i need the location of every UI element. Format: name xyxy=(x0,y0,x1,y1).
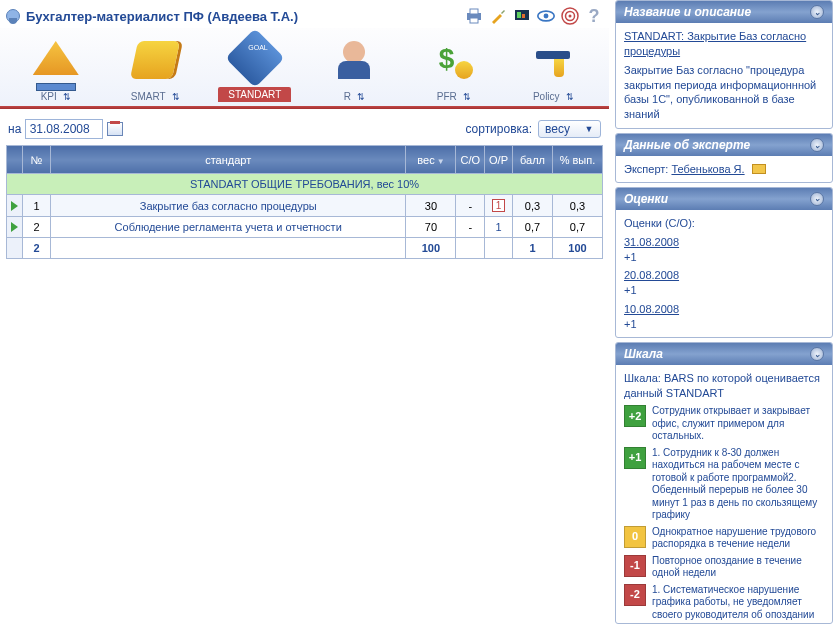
cell-op[interactable]: 1 xyxy=(485,217,513,238)
calendar-icon[interactable] xyxy=(107,122,123,136)
svg-rect-2 xyxy=(470,18,478,23)
scale-item: -2 1. Систематическое нарушение графика … xyxy=(624,584,824,622)
ratings-subtitle: Оценки (С/О): xyxy=(624,216,824,231)
table-row: 2 Соблюдение регламента учета и отчетнос… xyxy=(7,217,603,238)
target-icon[interactable] xyxy=(561,7,579,25)
svg-point-7 xyxy=(544,14,549,19)
cell-num: 1 xyxy=(23,195,51,217)
cell-weight: 70 xyxy=(406,217,456,238)
table-row: 1 Закрытие баз согласно процедуры 30 - 1… xyxy=(7,195,603,217)
date-label: на xyxy=(8,122,21,136)
collapse-icon[interactable]: ⌄ xyxy=(810,138,824,152)
scale-badge: -2 xyxy=(624,584,646,606)
panel-scale: Шкала⌄ Шкала: BARS по которой оцениваетс… xyxy=(615,342,833,624)
standards-table: № стандарт вес▼ C/O O/P балл % вып. STAN… xyxy=(6,145,603,259)
collapse-icon[interactable]: ⌄ xyxy=(810,5,824,19)
monitor-icon[interactable] xyxy=(513,7,531,25)
rating-date[interactable]: 10.08.2008 xyxy=(624,303,679,315)
scale-item: -1 Повторное опоздание в течение одной н… xyxy=(624,555,824,580)
tab-policy[interactable]: Policy⇅ xyxy=(504,41,604,106)
scale-badge: -1 xyxy=(624,555,646,577)
panel-ratings: Оценки⌄ Оценки (С/О): 31.08.2008+1 20.08… xyxy=(615,187,833,339)
col-score[interactable]: балл xyxy=(513,146,553,174)
scale-badge: +1 xyxy=(624,447,646,469)
cell-pct: 0,7 xyxy=(553,217,603,238)
help-icon[interactable]: ? xyxy=(585,7,603,25)
col-co[interactable]: C/O xyxy=(456,146,485,174)
cell-co: - xyxy=(456,217,485,238)
cell-name[interactable]: Закрытие баз согласно процедуры xyxy=(51,195,406,217)
mail-icon[interactable] xyxy=(752,164,766,174)
svg-point-10 xyxy=(569,15,572,18)
cell-weight: 30 xyxy=(406,195,456,217)
module-tabs: KPI⇅ SMART⇅ STANDART R⇅ PFR⇅ Policy⇅ xyxy=(0,28,609,106)
totals-row: 2 100 1 100 xyxy=(7,238,603,259)
scale-item: 0 Однократное нарушение трудового распор… xyxy=(624,526,824,551)
scale-subtitle: Шкала: BARS по которой оценивается данны… xyxy=(624,371,824,401)
date-input[interactable] xyxy=(25,119,103,139)
standard-desc: Закрытие Баз согласно "процедура закрыти… xyxy=(624,63,824,122)
cell-num: 2 xyxy=(23,217,51,238)
col-num[interactable]: № xyxy=(23,146,51,174)
cell-score: 0,3 xyxy=(513,195,553,217)
expand-icon[interactable] xyxy=(11,222,18,232)
sort-select[interactable]: весу▼ xyxy=(538,120,601,138)
rating-val: +1 xyxy=(624,318,637,330)
cell-pct: 0,3 xyxy=(553,195,603,217)
tab-smart[interactable]: SMART⇅ xyxy=(106,41,206,106)
rating-val: +1 xyxy=(624,251,637,263)
col-standard[interactable]: стандарт xyxy=(51,146,406,174)
rating-date[interactable]: 31.08.2008 xyxy=(624,236,679,248)
col-op[interactable]: O/P xyxy=(485,146,513,174)
sort-label: сортировка: xyxy=(465,122,532,136)
scale-badge: +2 xyxy=(624,405,646,427)
eye-icon[interactable] xyxy=(537,7,555,25)
tab-kpi[interactable]: KPI⇅ xyxy=(6,41,106,106)
collapse-icon[interactable]: ⌄ xyxy=(810,347,824,361)
rating-date[interactable]: 20.08.2008 xyxy=(624,269,679,281)
tab-r[interactable]: R⇅ xyxy=(305,41,405,106)
expert-name[interactable]: Тебенькова Я. xyxy=(671,163,744,175)
expert-label: Эксперт: xyxy=(624,163,668,175)
expand-icon[interactable] xyxy=(11,201,18,211)
col-weight[interactable]: вес▼ xyxy=(406,146,456,174)
scale-badge: 0 xyxy=(624,526,646,548)
brush-icon[interactable] xyxy=(489,7,507,25)
person-icon xyxy=(6,9,20,23)
cell-score: 0,7 xyxy=(513,217,553,238)
svg-rect-5 xyxy=(522,14,525,18)
cell-co: - xyxy=(456,195,485,217)
tab-pfr[interactable]: PFR⇅ xyxy=(404,41,504,106)
collapse-icon[interactable]: ⌄ xyxy=(810,192,824,206)
svg-rect-4 xyxy=(517,12,521,18)
panel-description: Название и описание⌄ STANDART: Закрытие … xyxy=(615,0,833,129)
section-row: STANDART ОБЩИЕ ТРЕБОВАНИЯ, вес 10% xyxy=(7,174,603,195)
page-title: Бухгалтер-материалист ПФ (Авдеева Т.А.) xyxy=(26,9,298,24)
print-icon[interactable] xyxy=(465,7,483,25)
col-pct[interactable]: % вып. xyxy=(553,146,603,174)
cell-name[interactable]: Соблюдение регламента учета и отчетности xyxy=(51,217,406,238)
scale-item: +2 Сотрудник открывает и закрывает офис,… xyxy=(624,405,824,443)
rating-val: +1 xyxy=(624,284,637,296)
svg-rect-1 xyxy=(470,9,478,14)
cell-op[interactable]: 1 xyxy=(485,195,513,217)
panel-expert: Данные об эксперте⌄ Эксперт: Тебенькова … xyxy=(615,133,833,182)
tab-standart[interactable]: STANDART xyxy=(205,37,305,106)
standard-link[interactable]: STANDART: Закрытие Баз согласно процедур… xyxy=(624,30,806,57)
scale-item: +1 1. Сотрудник к 8-30 должен находиться… xyxy=(624,447,824,522)
